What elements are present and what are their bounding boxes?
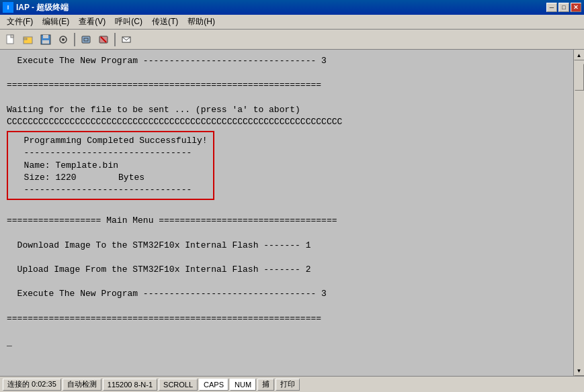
scrollbar[interactable]: ▲ ▼ [573, 50, 584, 376]
connection-time: 连接的 0:02:35 [7, 379, 56, 389]
detection-status: 自动检测 [62, 379, 101, 391]
terminal[interactable]: Execute The New Program ----------------… [0, 50, 573, 376]
title-buttons: ─ □ ✕ [546, 3, 581, 12]
caps-label: CAPS [204, 381, 224, 389]
open-button[interactable] [20, 32, 36, 47]
toolbar [0, 30, 584, 50]
scroll-up-button[interactable]: ▲ [574, 50, 585, 60]
menu-view[interactable]: 查看(V) [75, 15, 110, 29]
connect-button[interactable] [78, 32, 94, 47]
capture-status: 捕 [257, 379, 274, 391]
properties-button[interactable] [55, 32, 71, 47]
connect-icon [81, 34, 91, 45]
connection-status: 连接的 0:02:35 [3, 379, 61, 391]
disconnect-icon [98, 34, 109, 45]
maximize-button[interactable]: □ [558, 3, 569, 12]
svg-rect-6 [42, 40, 49, 44]
svg-rect-3 [24, 38, 27, 40]
app-icon: I [3, 2, 13, 13]
capture-label: 捕 [262, 379, 269, 389]
send-icon [121, 34, 132, 45]
toolbar-separator-1 [74, 33, 75, 46]
close-button[interactable]: ✕ [571, 3, 581, 12]
disconnect-button[interactable] [95, 32, 112, 47]
toolbar-separator-2 [114, 33, 116, 46]
detection-label: 自动检测 [67, 379, 97, 389]
open-icon [23, 34, 34, 45]
menu-help[interactable]: 帮助(H) [183, 15, 219, 29]
scroll-label: SCROLL [163, 381, 193, 389]
num-label: NUM [235, 381, 251, 389]
caps-status: CAPS [199, 379, 228, 391]
title-bar-left: I IAP - 超级终端 [3, 2, 69, 13]
window-title: IAP - 超级终端 [16, 2, 69, 13]
print-label: 打印 [280, 379, 295, 389]
svg-rect-1 [11, 35, 13, 38]
success-box: Programming Completed Successfully! ----… [7, 131, 214, 200]
menu-edit[interactable]: 编辑(E) [38, 15, 73, 29]
title-bar: I IAP - 超级终端 ─ □ ✕ [0, 0, 584, 15]
menu-transfer[interactable]: 传送(T) [148, 15, 182, 29]
status-bar: 连接的 0:02:35 自动检测 115200 8-N-1 SCROLL CAP… [0, 376, 584, 392]
terminal-content-2: ================== Main Menu ===========… [7, 203, 567, 349]
main-area: Execute The New Program ----------------… [0, 50, 584, 376]
scroll-track[interactable] [574, 60, 584, 365]
save-button[interactable] [38, 32, 54, 47]
properties-icon [58, 34, 69, 45]
new-button[interactable] [3, 32, 19, 47]
send-button[interactable] [118, 32, 134, 47]
speed-label: 115200 8-N-1 [108, 381, 153, 389]
minimize-button[interactable]: ─ [546, 3, 557, 12]
svg-rect-5 [43, 35, 48, 38]
terminal-content: Execute The New Program ----------------… [7, 55, 567, 128]
save-icon [40, 34, 51, 45]
scroll-down-button[interactable]: ▼ [574, 365, 585, 376]
new-icon [5, 34, 16, 45]
menu-file[interactable]: 文件(F) [3, 15, 37, 29]
scroll-thumb[interactable] [575, 64, 584, 91]
svg-point-8 [62, 38, 65, 41]
menu-call[interactable]: 呼叫(C) [111, 15, 147, 29]
menu-bar: 文件(F) 编辑(E) 查看(V) 呼叫(C) 传送(T) 帮助(H) [0, 15, 584, 30]
num-status: NUM [230, 379, 256, 391]
svg-rect-9 [82, 36, 90, 43]
scroll-status: SCROLL [159, 379, 198, 391]
speed-status: 115200 8-N-1 [103, 379, 157, 391]
success-text: Programming Completed Successfully! ----… [13, 135, 208, 196]
print-status: 打印 [276, 379, 300, 391]
